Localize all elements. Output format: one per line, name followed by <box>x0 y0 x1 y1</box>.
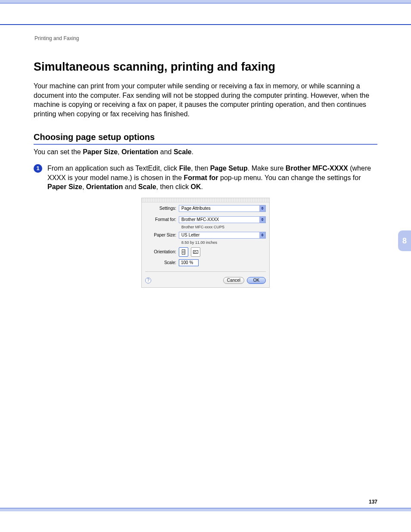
text: , <box>118 148 121 156</box>
bold-model: Brother MFC-XXXX <box>286 165 348 172</box>
intro-paragraph: Your machine can print from your compute… <box>34 81 377 118</box>
chapter-tab: 8 <box>398 230 411 251</box>
text: You can set the <box>34 148 83 156</box>
format-for-subtext: Brother MFC-xxxx CUPS <box>181 225 266 229</box>
format-for-label: Format for: <box>145 217 179 222</box>
text: . <box>192 148 193 156</box>
chevron-updown-icon <box>259 217 265 223</box>
paper-size-select[interactable]: US Letter <box>179 232 266 239</box>
scale-input[interactable]: 100 % <box>179 259 199 266</box>
top-hairline <box>0 24 411 25</box>
bold-paper-size: Paper Size <box>83 148 118 156</box>
bold-orientation-2: Orientation <box>86 183 123 190</box>
text: From an application such as TextEdit, cl… <box>47 165 179 172</box>
orientation-portrait-button[interactable] <box>179 247 188 257</box>
page-number: 137 <box>369 499 377 505</box>
orientation-landscape-button[interactable] <box>191 247 200 257</box>
paper-size-subtext: 8.50 by 11.00 inches <box>181 240 266 245</box>
text: pop-up menu. You can change the settings… <box>218 174 361 181</box>
bottom-accent-bar <box>0 508 411 511</box>
ok-button[interactable]: OK <box>247 277 266 284</box>
breadcrumb: Printing and Faxing <box>34 35 377 41</box>
dialog-figure: Settings: Page Attributes Format for: Br… <box>34 198 377 288</box>
portrait-icon <box>182 249 185 255</box>
settings-value: Page Attributes <box>181 206 211 211</box>
text: and <box>123 183 138 190</box>
settings-select[interactable]: Page Attributes <box>179 205 266 212</box>
text: , <box>82 183 86 190</box>
text: . <box>201 183 203 190</box>
setup-intro: You can set the Paper Size, Orientation … <box>34 147 377 157</box>
landscape-icon <box>193 250 198 254</box>
bold-paper-size-2: Paper Size <box>47 183 82 190</box>
dialog-titlebar <box>142 198 269 202</box>
format-for-value: Brother MFC-XXXX <box>181 217 219 222</box>
paper-size-value: US Letter <box>181 233 199 237</box>
step-text: From an application such as TextEdit, cl… <box>47 164 377 192</box>
bold-file: File <box>179 165 191 172</box>
chevron-updown-icon <box>259 205 265 212</box>
scale-label: Scale: <box>145 260 179 265</box>
chevron-updown-icon <box>259 232 265 238</box>
bold-orientation: Orientation <box>121 148 158 156</box>
text: , then <box>191 165 210 172</box>
bold-ok: OK <box>191 183 201 190</box>
text: . Make sure <box>248 165 286 172</box>
help-icon[interactable]: ? <box>145 277 151 283</box>
page-setup-dialog: Settings: Page Attributes Format for: Br… <box>141 198 270 288</box>
step-number-badge: 1 <box>34 164 42 173</box>
text: , then click <box>156 183 191 190</box>
text: and <box>158 148 174 156</box>
format-for-select[interactable]: Brother MFC-XXXX <box>179 216 266 223</box>
section-heading: Choosing page setup options <box>34 132 377 145</box>
page-title: Simultaneous scanning, printing and faxi… <box>34 60 377 74</box>
bold-page-setup: Page Setup <box>210 165 248 172</box>
settings-label: Settings: <box>145 206 179 211</box>
cancel-button[interactable]: Cancel <box>223 277 244 284</box>
dialog-separator <box>145 271 266 272</box>
top-accent-bar <box>0 0 411 3</box>
bold-scale: Scale <box>174 148 192 156</box>
paper-size-label: Paper Size: <box>145 233 179 237</box>
bold-scale-2: Scale <box>138 183 156 190</box>
step-1: 1 From an application such as TextEdit, … <box>34 164 377 192</box>
orientation-label: Orientation: <box>145 249 179 254</box>
bold-format-for: Format for <box>184 174 218 181</box>
